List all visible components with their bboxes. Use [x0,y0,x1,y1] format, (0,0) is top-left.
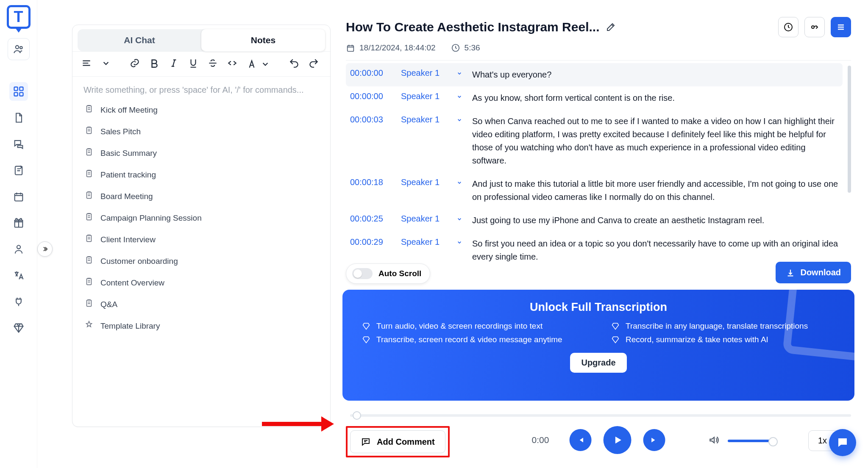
svg-rect-13 [87,127,92,134]
toggle-icon[interactable] [352,268,373,279]
add-comment-button[interactable]: Add Comment [350,430,445,453]
template-item[interactable]: Q&A [78,294,325,315]
diamond-icon[interactable] [9,318,28,337]
template-item[interactable]: Sales Pitch [78,121,325,142]
svg-rect-19 [87,257,92,263]
svg-rect-2 [14,87,17,91]
play-button[interactable] [603,426,631,454]
prev-button[interactable] [569,429,591,451]
svg-rect-3 [19,87,23,91]
download-button[interactable]: Download [776,262,851,283]
transcript-line[interactable]: 00:00:18Speaker 1And just to make this t… [346,172,843,209]
gift-icon[interactable] [9,213,28,232]
auto-scroll-label: Auto Scroll [378,269,421,278]
svg-rect-20 [87,279,92,285]
integrations-icon[interactable] [9,292,28,311]
help-chat-fab[interactable] [829,429,856,456]
transcript-line[interactable]: 00:00:25Speaker 1Just going to use my iP… [346,209,843,232]
template-item[interactable]: Content Overview [78,272,325,294]
calendar-icon[interactable] [9,187,28,206]
link-icon[interactable] [129,58,140,70]
template-icon [84,255,94,267]
template-label: Basic Summary [100,149,157,158]
paragraph-style-icon[interactable] [81,58,92,70]
app-logo: T [7,5,31,29]
chat-icon[interactable] [9,135,28,153]
volume-icon[interactable] [708,435,719,447]
menu-icon[interactable] [831,17,851,37]
template-item[interactable]: Client Interview [78,229,325,250]
template-icon [84,299,94,310]
auto-scroll-toggle[interactable]: Auto Scroll [346,263,430,284]
underline-icon[interactable] [188,58,199,70]
timestamp[interactable]: 00:00:03 [350,115,393,125]
translate-icon[interactable] [9,266,28,285]
template-item[interactable]: Patient tracking [78,164,325,186]
tab-ai-chat[interactable]: AI Chat [78,29,201,51]
speaker-label[interactable]: Speaker 1 [401,68,448,78]
template-item[interactable]: Basic Summary [78,142,325,164]
speaker-label[interactable]: Speaker 1 [401,214,448,224]
tab-notes[interactable]: Notes [201,29,325,51]
dashboard-icon[interactable] [9,82,28,101]
profile-icon[interactable] [9,240,28,258]
svg-point-9 [17,245,20,249]
bold-icon[interactable] [149,58,160,70]
timestamp[interactable]: 00:00:18 [350,177,393,187]
timestamp[interactable]: 00:00:29 [350,237,393,247]
template-label: Template Library [100,321,160,331]
speaker-label[interactable]: Speaker 1 [401,237,448,247]
svg-rect-18 [87,235,92,242]
chevron-down-icon[interactable] [456,237,465,246]
template-item[interactable]: Board Meeting [78,186,325,207]
volume-slider[interactable] [728,440,774,442]
speaker-label[interactable]: Speaker 1 [401,177,448,187]
document-icon[interactable] [9,108,28,127]
editor-placeholder[interactable]: Write something, or press 'space' for AI… [72,77,330,97]
diamond-icon [362,322,370,330]
chevron-down-icon[interactable] [456,214,465,222]
code-icon[interactable] [227,58,238,70]
template-icon [84,191,94,202]
expand-sidebar-button[interactable] [37,241,53,257]
template-label: Q&A [100,300,117,309]
template-item[interactable]: Template Library [78,315,325,337]
chevron-down-icon[interactable] [100,58,111,70]
redo-icon[interactable] [308,58,319,70]
upgrade-button[interactable]: Upgrade [570,353,626,373]
speaker-label[interactable]: Speaker 1 [401,91,448,101]
chevron-down-icon[interactable] [456,68,465,77]
speaker-label[interactable]: Speaker 1 [401,115,448,125]
template-item[interactable]: Campaign Planning Session [78,207,325,229]
meta-datetime: 18/12/2024, 18:44:02 [346,43,436,53]
next-button[interactable] [643,429,665,451]
chevron-down-icon[interactable] [456,91,465,100]
seek-bar[interactable] [350,414,851,417]
notes-icon[interactable] [9,161,28,180]
chevron-down-icon[interactable] [456,274,465,275]
svg-point-0 [15,46,18,49]
people-icon[interactable] [8,38,30,60]
undo-icon[interactable] [289,58,300,70]
italic-icon[interactable] [168,58,179,70]
timestamp[interactable]: 00:00:00 [350,91,393,101]
edit-title-icon[interactable] [606,22,616,32]
strikethrough-icon[interactable] [207,58,218,70]
seek-thumb[interactable] [353,411,361,420]
scrollbar[interactable] [848,66,851,193]
transcript-text: What's up everyone? [472,68,838,81]
history-icon[interactable] [778,17,798,37]
text-color-icon[interactable] [246,58,271,69]
transcript-line[interactable]: 00:00:03Speaker 1So when Canva reached o… [346,110,843,172]
transcript-line[interactable]: 00:00:00Speaker 1What's up everyone? [346,63,843,86]
share-icon[interactable] [804,17,825,37]
chevron-down-icon[interactable] [456,177,465,186]
template-item[interactable]: Customer onboarding [78,250,325,272]
template-item[interactable]: Kick off Meeting [78,99,325,121]
timestamp[interactable]: 00:00:00 [350,68,393,78]
chevron-down-icon[interactable] [456,115,465,123]
template-icon [84,147,94,159]
transcript-line[interactable]: 00:00:00Speaker 1As you know, short form… [346,86,843,110]
svg-rect-7 [14,194,22,201]
timestamp[interactable]: 00:00:25 [350,214,393,224]
